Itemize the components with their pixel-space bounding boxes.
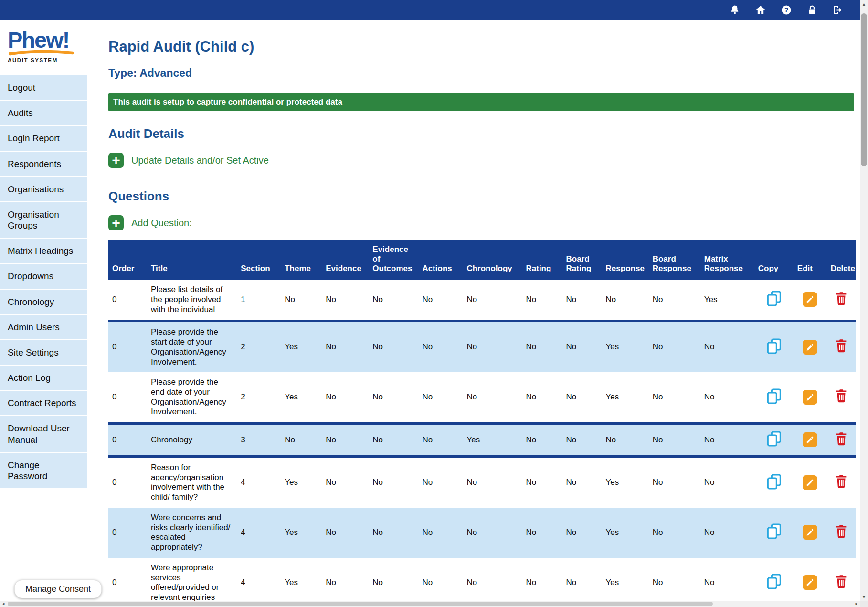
col-header-board-response: Board Response bbox=[649, 240, 700, 280]
cell-title: Please provide the end date of your Orga… bbox=[147, 372, 237, 423]
copy-icon[interactable] bbox=[765, 387, 783, 405]
edit-icon[interactable] bbox=[803, 340, 817, 355]
edit-icon[interactable] bbox=[803, 575, 817, 590]
sidebar-item-matrix-headings[interactable]: Matrix Headings bbox=[0, 239, 87, 264]
delete-icon[interactable] bbox=[835, 524, 848, 539]
delete-icon[interactable] bbox=[835, 574, 848, 589]
cell-evidence: No bbox=[322, 280, 369, 321]
audit-details-heading: Audit Details bbox=[108, 126, 854, 141]
sidebar-item-contract-reports[interactable]: Contract Reports bbox=[0, 391, 87, 416]
delete-icon[interactable] bbox=[835, 338, 848, 353]
help-icon[interactable]: ? bbox=[781, 4, 792, 16]
sidebar-item-dropdowns[interactable]: Dropdowns bbox=[0, 264, 87, 289]
copy-icon[interactable] bbox=[765, 523, 783, 540]
scroll-left-arrow[interactable]: ◄ bbox=[0, 601, 7, 607]
cell-copy-action bbox=[754, 456, 794, 507]
manage-consent-button[interactable]: Manage Consent bbox=[14, 580, 102, 598]
questions-table: OrderTitleSectionThemeEvidenceEvidence o… bbox=[108, 240, 856, 601]
cell-evidence: No bbox=[322, 558, 369, 601]
table-row: 0Chronology3NoNoNoNoYesNoNoNoNoNo bbox=[108, 424, 856, 457]
update-details-link[interactable]: Update Details and/or Set Active bbox=[131, 155, 269, 166]
cell-copy-action bbox=[754, 424, 794, 457]
sidebar-item-action-log[interactable]: Action Log bbox=[0, 366, 87, 391]
col-header-delete: Delete bbox=[827, 240, 856, 280]
table-row: 0Please provide the start date of your O… bbox=[108, 321, 856, 372]
cell-title: Please provide the start date of your Or… bbox=[147, 321, 237, 372]
cell-matrix-response: No bbox=[700, 508, 754, 558]
bell-icon[interactable] bbox=[729, 4, 741, 16]
copy-icon[interactable] bbox=[765, 473, 783, 490]
plus-icon[interactable]: + bbox=[108, 153, 124, 168]
table-header-row: OrderTitleSectionThemeEvidenceEvidence o… bbox=[108, 240, 856, 280]
cell-matrix-response: No bbox=[700, 372, 754, 423]
edit-icon[interactable] bbox=[803, 432, 817, 447]
sidebar-item-organisations[interactable]: Organisations bbox=[0, 177, 87, 202]
col-header-board-rating: Board Rating bbox=[562, 240, 602, 280]
cell-theme: Yes bbox=[281, 321, 322, 372]
sidebar-item-download-user-manual[interactable]: Download User Manual bbox=[0, 416, 87, 452]
cell-response: Yes bbox=[602, 372, 649, 423]
cell-edit-action bbox=[794, 558, 827, 601]
cell-rating: No bbox=[522, 558, 562, 601]
sidebar-item-organisation-groups[interactable]: Organisation Groups bbox=[0, 202, 87, 239]
sidebar-item-logout[interactable]: Logout bbox=[0, 75, 87, 101]
cell-chronology: No bbox=[463, 456, 522, 507]
scroll-right-arrow[interactable]: ► bbox=[853, 601, 860, 607]
delete-icon[interactable] bbox=[835, 474, 848, 489]
cell-actions: No bbox=[418, 424, 463, 457]
sidebar-item-change-password[interactable]: Change Password bbox=[0, 453, 87, 489]
copy-icon[interactable] bbox=[765, 337, 783, 355]
cell-edit-action bbox=[794, 372, 827, 423]
cell-evidence: No bbox=[322, 321, 369, 372]
horizontal-scroll-thumb[interactable] bbox=[8, 602, 713, 606]
cell-matrix-response: No bbox=[700, 321, 754, 372]
logout-icon[interactable] bbox=[832, 4, 844, 16]
cell-actions: No bbox=[418, 558, 463, 601]
scroll-up-arrow[interactable]: ▲ bbox=[860, 0, 868, 8]
add-question-action[interactable]: + Add Question: bbox=[108, 215, 854, 230]
cell-response: Yes bbox=[602, 558, 649, 601]
logo: Phew! AUDIT SYSTEM bbox=[0, 20, 87, 68]
sidebar-item-chronology[interactable]: Chronology bbox=[0, 290, 87, 315]
cell-rating: No bbox=[522, 456, 562, 507]
cell-board-response: No bbox=[649, 558, 700, 601]
edit-icon[interactable] bbox=[803, 525, 817, 540]
sidebar-item-login-report[interactable]: Login Report bbox=[0, 126, 87, 151]
cell-section: 4 bbox=[237, 508, 281, 558]
update-details-action[interactable]: + Update Details and/or Set Active bbox=[108, 153, 854, 168]
add-question-link[interactable]: Add Question: bbox=[131, 218, 192, 229]
cell-copy-action bbox=[754, 558, 794, 601]
cell-order: 0 bbox=[108, 424, 147, 457]
cell-order: 0 bbox=[108, 558, 147, 601]
cell-actions: No bbox=[418, 456, 463, 507]
col-header-matrix-response: Matrix Response bbox=[700, 240, 754, 280]
vertical-scrollbar[interactable]: ▲ ▼ bbox=[860, 0, 868, 601]
sidebar-item-audits[interactable]: Audits bbox=[0, 101, 87, 126]
scroll-down-arrow[interactable]: ▼ bbox=[860, 593, 868, 601]
edit-icon[interactable] bbox=[803, 475, 817, 490]
cell-section: 2 bbox=[237, 321, 281, 372]
cell-evidence: No bbox=[322, 508, 369, 558]
home-icon[interactable] bbox=[755, 4, 766, 16]
sidebar-item-admin-users[interactable]: Admin Users bbox=[0, 315, 87, 340]
delete-icon[interactable] bbox=[835, 388, 848, 403]
edit-icon[interactable] bbox=[803, 292, 817, 307]
lock-icon[interactable] bbox=[806, 4, 818, 16]
copy-icon[interactable] bbox=[765, 290, 783, 307]
copy-icon[interactable] bbox=[765, 430, 783, 447]
cell-evidence: No bbox=[322, 456, 369, 507]
sidebar-item-respondents[interactable]: Respondents bbox=[0, 152, 87, 177]
edit-icon[interactable] bbox=[803, 390, 817, 405]
vertical-scroll-thumb[interactable] bbox=[861, 13, 867, 166]
cell-order: 0 bbox=[108, 456, 147, 507]
cell-edit-action bbox=[794, 508, 827, 558]
delete-icon[interactable] bbox=[835, 431, 848, 446]
cell-matrix-response: Yes bbox=[700, 280, 754, 321]
plus-icon[interactable]: + bbox=[108, 215, 124, 230]
delete-icon[interactable] bbox=[835, 291, 848, 306]
horizontal-scrollbar[interactable]: ◄ ► bbox=[0, 601, 860, 607]
cell-evidence: No bbox=[322, 424, 369, 457]
cell-board-rating: No bbox=[562, 508, 602, 558]
sidebar-item-site-settings[interactable]: Site Settings bbox=[0, 340, 87, 366]
copy-icon[interactable] bbox=[765, 573, 783, 590]
